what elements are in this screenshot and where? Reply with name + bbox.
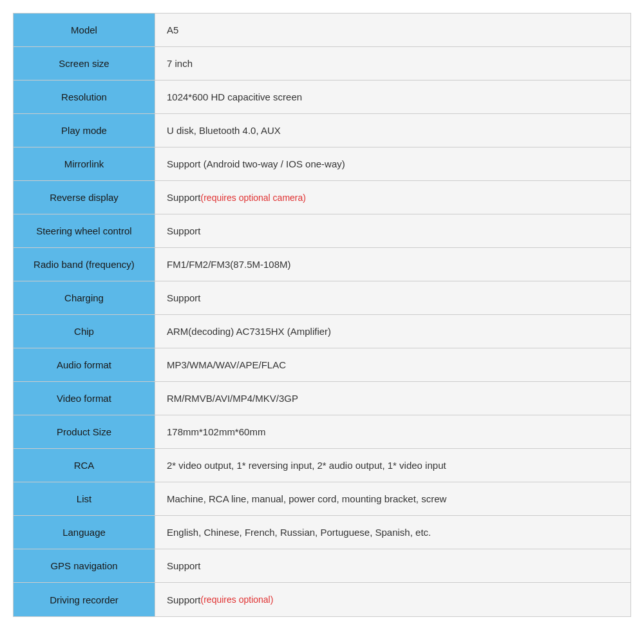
label-steering-wheel-control: Steering wheel control	[14, 214, 155, 247]
label-rca: RCA	[14, 449, 155, 482]
table-row: ListMachine, RCA line, manual, power cor…	[14, 482, 630, 516]
table-row: Steering wheel controlSupport	[14, 214, 630, 248]
value-reverse-display: Support(requires optional camera)	[155, 181, 630, 214]
table-row: Driving recorderSupport(requires optiona…	[14, 583, 630, 616]
label-video-format: Video format	[14, 382, 155, 415]
value-model: A5	[155, 14, 630, 46]
label-play-mode: Play mode	[14, 114, 155, 147]
value-mirrorlink: Support (Android two-way / IOS one-way)	[155, 147, 630, 180]
value-language: English, Chinese, French, Russian, Portu…	[155, 516, 630, 549]
label-radio-band: Radio band (frequency)	[14, 248, 155, 281]
table-row: GPS navigationSupport	[14, 549, 630, 583]
value-video-format: RM/RMVB/AVI/MP4/MKV/3GP	[155, 382, 630, 415]
value-steering-wheel-control: Support	[155, 214, 630, 247]
value-audio-format: MP3/WMA/WAV/APE/FLAC	[155, 348, 630, 381]
table-row: LanguageEnglish, Chinese, French, Russia…	[14, 516, 630, 549]
label-language: Language	[14, 516, 155, 549]
label-charging: Charging	[14, 281, 155, 314]
table-row: Reverse displaySupport(requires optional…	[14, 181, 630, 214]
label-list: List	[14, 482, 155, 515]
table-row: RCA2* video output, 1* reversing input, …	[14, 449, 630, 482]
label-model: Model	[14, 14, 155, 46]
value-chip: ARM(decoding) AC7315HX (Amplifier)	[155, 315, 630, 348]
table-row: Screen size7 inch	[14, 47, 630, 80]
label-chip: Chip	[14, 315, 155, 348]
label-gps-navigation: GPS navigation	[14, 549, 155, 582]
label-product-size: Product Size	[14, 415, 155, 448]
table-row: Radio band (frequency)FM1/FM2/FM3(87.5M-…	[14, 248, 630, 281]
value-gps-navigation: Support	[155, 549, 630, 582]
value-product-size: 178mm*102mm*60mm	[155, 415, 630, 448]
value-resolution: 1024*600 HD capacitive screen	[155, 80, 630, 113]
label-reverse-display: Reverse display	[14, 181, 155, 214]
table-row: Resolution1024*600 HD capacitive screen	[14, 80, 630, 114]
table-row: Play modeU disk, Bluetooth 4.0, AUX	[14, 114, 630, 147]
table-row: ModelA5	[14, 14, 630, 47]
value-screen-size: 7 inch	[155, 47, 630, 80]
value-rca: 2* video output, 1* reversing input, 2* …	[155, 449, 630, 482]
label-resolution: Resolution	[14, 80, 155, 113]
table-row: Video formatRM/RMVB/AVI/MP4/MKV/3GP	[14, 382, 630, 415]
table-row: MirrorlinkSupport (Android two-way / IOS…	[14, 147, 630, 181]
table-row: ChipARM(decoding) AC7315HX (Amplifier)	[14, 315, 630, 348]
value-driving-recorder: Support(requires optional)	[155, 583, 630, 616]
value-charging: Support	[155, 281, 630, 314]
label-screen-size: Screen size	[14, 47, 155, 80]
value-radio-band: FM1/FM2/FM3(87.5M-108M)	[155, 248, 630, 281]
table-row: Product Size178mm*102mm*60mm	[14, 415, 630, 449]
label-mirrorlink: Mirrorlink	[14, 147, 155, 180]
table-row: ChargingSupport	[14, 281, 630, 315]
value-list: Machine, RCA line, manual, power cord, m…	[155, 482, 630, 515]
table-row: Audio formatMP3/WMA/WAV/APE/FLAC	[14, 348, 630, 382]
label-audio-format: Audio format	[14, 348, 155, 381]
value-play-mode: U disk, Bluetooth 4.0, AUX	[155, 114, 630, 147]
specs-table: ModelA5Screen size7 inchResolution1024*6…	[13, 13, 631, 617]
label-driving-recorder: Driving recorder	[14, 583, 155, 616]
